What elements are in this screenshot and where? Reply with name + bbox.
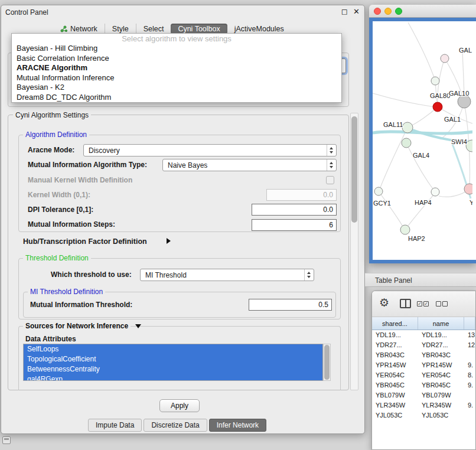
node-gal10[interactable] [458,95,471,108]
scrollbar-thumb[interactable] [351,116,357,223]
dropdown-item[interactable]: Dream8 DC_TDC Algorithm [12,93,341,103]
collapse-arrow-icon[interactable] [135,324,141,328]
cell[interactable]: YJL053C [372,410,418,420]
tab-discretize-data[interactable]: Discretize Data [144,419,207,432]
table-row[interactable]: YDR27... YDR27... 12 [372,340,475,350]
settings-scrollbar[interactable] [350,113,358,390]
node-gcy1[interactable] [374,187,383,195]
dpi-tolerance-field[interactable]: 0.0 [252,204,337,216]
hub-section-label[interactable]: Hub/Transcription Factor Definition [23,237,147,246]
dropdown-item[interactable]: Basic Correlation Inference [12,54,341,64]
table-row[interactable]: YBR045C YBR045C 9. [372,380,475,390]
cell[interactable]: YJL053C [418,410,464,420]
list-item[interactable]: gal4RGexp [24,374,322,381]
mi-steps-field[interactable]: 6 [252,219,337,231]
network-window-titlebar[interactable] [369,5,476,18]
cell[interactable]: YBR043C [418,350,464,360]
cell[interactable]: 9. [464,360,475,370]
cell[interactable]: 9. [464,380,475,390]
close-window-icon[interactable]: ✕ [353,7,360,16]
mi-threshold-field[interactable]: 0.5 [249,299,332,311]
cell[interactable]: 12 [464,340,475,350]
node-selected-red[interactable] [433,102,442,112]
cell[interactable]: YDL19... [418,330,464,340]
cell[interactable]: YDR27... [372,340,418,350]
cell[interactable]: YDR27... [418,340,464,350]
select-all-icon[interactable]: ✓✓ [417,301,429,306]
cell[interactable]: 13 [464,330,475,340]
aracne-mode-value: Discovery [89,146,120,155]
node-label: GAL4 [413,152,429,159]
dropdown-item[interactable]: Mutual Information Inference [12,73,341,83]
cell[interactable]: YBL079W [418,390,464,400]
cell[interactable]: YDL19... [372,330,418,340]
column-header[interactable]: name [418,317,464,330]
table-panel-title: Table Panel [375,276,412,285]
cell[interactable] [464,390,475,400]
minimized-panel-icon[interactable] [2,436,11,444]
sources-title[interactable]: Sources for Network Inference [23,322,131,330]
zoom-traffic-light[interactable] [395,8,402,15]
dropdown-item-selected[interactable]: ARACNE Algorithm [12,63,341,73]
column-header[interactable]: shared... [372,317,418,330]
node[interactable] [441,54,449,63]
node-gal4[interactable] [402,138,411,148]
cell[interactable]: YBR045C [418,380,464,390]
column-header[interactable] [464,317,475,330]
table-panel-titlebar[interactable]: Table Panel [365,273,476,287]
which-threshold-select[interactable]: MI Threshold [140,269,314,281]
cell[interactable] [464,350,475,360]
close-traffic-light[interactable] [374,8,381,15]
cell[interactable]: 8. [464,370,475,380]
table-row[interactable]: YLR345W YLR345W 9. [372,400,475,410]
table-row[interactable]: YER054C YER054C 8. [372,370,475,380]
aracne-mode-select[interactable]: Discovery [83,144,337,156]
table-header[interactable]: shared... name [372,317,475,330]
cell[interactable]: YER054C [418,370,464,380]
mi-algorithm-type-select[interactable]: Naive Bayes [162,159,337,171]
cell[interactable]: 9. [464,400,475,410]
tab-impute-data[interactable]: Impute Data [88,419,142,432]
cell[interactable]: YPR145W [418,360,464,370]
node[interactable] [464,184,472,194]
table-row[interactable]: YPR145W YPR145W 9. [372,360,475,370]
cell[interactable] [464,410,475,420]
cell[interactable]: YBR045C [372,380,418,390]
list-item[interactable]: TopologicalCoefficient [24,354,322,364]
network-canvas[interactable]: GAL GAL80 GAL10 GAL11 GAL1 SWI4 GAL4 GCY… [369,18,476,263]
data-attributes-list[interactable]: SelfLoops TopologicalCoefficient Between… [23,344,323,381]
deselect-all-icon[interactable] [436,301,448,306]
node-label: GCY1 [373,200,391,207]
node-gal11[interactable] [402,122,413,133]
list-item[interactable]: BetweennessCentrality [24,364,322,374]
list-item[interactable]: SelfLoops [24,344,322,354]
control-panel-titlebar[interactable]: Control Panel ◻ ✕ [1,5,364,19]
cell[interactable]: YBL079W [372,390,418,400]
cell[interactable]: YLR345W [372,400,418,410]
cell[interactable]: YBR043C [372,350,418,360]
kernel-width-field[interactable]: 0.0 [266,189,337,201]
manual-kernel-width-checkbox[interactable] [326,176,334,184]
dropdown-item[interactable]: Bayesian - K2 [12,83,341,93]
gear-icon[interactable]: ⚙ [379,296,389,309]
table-row[interactable]: YJL053C YJL053C [372,410,475,420]
cell[interactable]: YER054C [372,370,418,380]
dropdown-item[interactable]: Bayesian - Hill Climbing [12,44,341,54]
list-scrollbar[interactable] [323,344,331,381]
apply-button[interactable]: Apply [159,399,200,412]
node-hap2[interactable] [400,225,410,234]
cell[interactable]: YLR345W [418,400,464,410]
tab-infer-network[interactable]: Infer Network [209,419,266,432]
columns-icon[interactable] [400,299,411,308]
minimize-traffic-light[interactable] [384,8,392,15]
node[interactable] [431,77,439,85]
node[interactable] [431,188,439,196]
expand-arrow-icon[interactable] [167,238,171,244]
network-node-labels: GAL GAL80 GAL10 GAL11 GAL1 SWI4 GAL4 GCY… [373,47,472,242]
cell[interactable]: YPR145W [372,360,418,370]
float-window-icon[interactable]: ◻ [341,7,348,16]
table-row[interactable]: YBR043C YBR043C [372,350,475,360]
table-row[interactable]: YDL19... YDL19... 13 [372,330,475,340]
table-row[interactable]: YBL079W YBL079W [372,390,475,400]
mi-algorithm-type-label: Mutual Information Algorithm Type: [28,161,147,169]
